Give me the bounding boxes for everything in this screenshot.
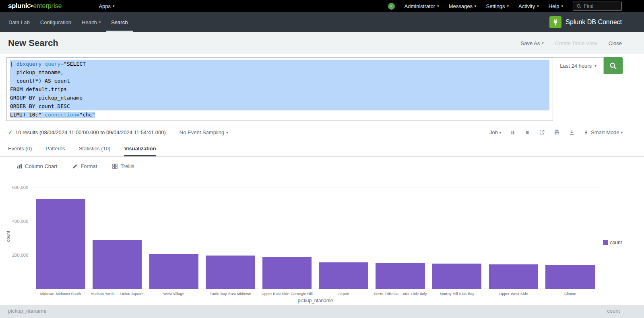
pause-job-button[interactable]	[510, 130, 516, 135]
job-controls: Job ▾ Smart Mode ▾	[489, 129, 623, 135]
print-button[interactable]	[554, 129, 560, 135]
x-category-label: Airport	[316, 291, 372, 296]
find-input[interactable]	[584, 3, 617, 9]
share-job-button[interactable]	[539, 129, 545, 135]
find-searchbox[interactable]	[573, 2, 622, 11]
statistics-table-header: pickup_ntaname count	[0, 305, 644, 318]
chart-bar[interactable]	[316, 187, 372, 289]
search-mode-label: Smart Mode	[591, 129, 619, 135]
time-range-label: Last 24 hours	[560, 63, 592, 69]
search-query-input[interactable]: | dbxquery query="SELECT pickup_ntaname,…	[6, 57, 553, 121]
chart-bar[interactable]	[259, 187, 316, 289]
results-summary: 10 results (08/04/2024 11:00:00.000 to 0…	[15, 129, 166, 135]
health-status-icon[interactable]: ✓	[388, 3, 395, 10]
help-menu[interactable]: Help▾	[549, 3, 563, 9]
chart-legend[interactable]: count	[603, 240, 622, 245]
search-mode-menu[interactable]: Smart Mode ▾	[584, 129, 623, 135]
caret-down-icon: ▾	[113, 4, 115, 8]
app-title: Splunk DB Connect	[566, 19, 622, 26]
close-button[interactable]: Close	[609, 40, 622, 46]
event-sampling-menu[interactable]: No Event Sampling▾	[180, 129, 228, 135]
y-tick-label: 600,000	[12, 185, 28, 190]
chart-bar[interactable]	[145, 187, 202, 289]
results-tabs: Events (0) Patterns Statistics (10) Visu…	[0, 140, 644, 157]
time-range-picker[interactable]: Last 24 hours▾	[553, 57, 604, 74]
activity-menu[interactable]: Activity▾	[518, 3, 539, 9]
chart-type-label: Column Chart	[25, 163, 57, 169]
chart-plot: 200,000400,000600,000	[32, 187, 599, 289]
caret-down-icon: ▾	[507, 4, 509, 8]
trellis-button[interactable]: Trellis	[112, 163, 134, 169]
logo-product: enterprise	[33, 2, 62, 10]
search-icon	[609, 62, 617, 70]
messages-menu[interactable]: Messages▾	[449, 3, 477, 9]
job-menu[interactable]: Job ▾	[489, 129, 501, 135]
job-status-bar: ✓ 10 results (08/04/2024 11:00:00.000 to…	[0, 125, 644, 140]
pencil-icon	[72, 164, 78, 169]
header-actions: Save As▾ Create Table View Close	[520, 40, 622, 46]
caret-down-icon: ▾	[437, 4, 439, 8]
chart-bar[interactable]	[202, 187, 259, 289]
x-category-label: SoHo-TriBeCa-...nter-Little Italy	[372, 291, 429, 296]
caret-down-icon: ▾	[542, 41, 544, 45]
chart-bar[interactable]	[485, 187, 542, 289]
stop-job-button[interactable]	[524, 130, 530, 135]
run-search-button[interactable]	[604, 57, 623, 74]
x-category-label: Upper West Side	[485, 291, 542, 296]
nav-configuration[interactable]: Configuration	[35, 12, 76, 32]
caret-down-icon: ▾	[475, 4, 477, 8]
apps-menu[interactable]: Apps ▾	[99, 3, 114, 9]
caret-down-icon: ▾	[500, 131, 502, 135]
settings-menu[interactable]: Settings▾	[486, 3, 509, 9]
event-sampling-label: No Event Sampling	[180, 129, 224, 135]
administrator-label: Administrator	[405, 3, 436, 9]
topbar-right-group: ✓ Administrator▾ Messages▾ Settings▾ Act…	[388, 2, 622, 11]
export-button[interactable]	[569, 129, 575, 135]
messages-label: Messages	[449, 3, 473, 9]
format-label: Format	[80, 163, 97, 169]
tab-events[interactable]: Events (0)	[8, 140, 32, 156]
chart-bar[interactable]	[429, 187, 485, 289]
column-header-pickup-ntaname[interactable]: pickup_ntaname	[8, 308, 46, 318]
chart-bar[interactable]	[32, 187, 89, 289]
save-as-button[interactable]: Save As▾	[520, 40, 543, 46]
column-chart-icon	[17, 163, 22, 169]
column-header-count[interactable]: count	[607, 308, 620, 318]
help-label: Help	[549, 3, 559, 9]
format-button[interactable]: Format	[72, 163, 97, 169]
nav-health-label: Health	[82, 19, 97, 25]
app-identity[interactable]: Splunk DB Connect	[549, 12, 636, 32]
stop-icon	[524, 130, 530, 135]
lightning-icon	[584, 130, 589, 135]
nav-search[interactable]: Search	[106, 12, 133, 32]
chart-type-picker[interactable]: Column Chart	[17, 163, 57, 169]
x-category-label: Clinton	[542, 291, 599, 296]
splunk-topbar: splunk>enterprise Apps ▾ ✓ Administrator…	[0, 0, 644, 12]
chart-bar[interactable]	[372, 187, 429, 289]
caret-down-icon: ▾	[561, 4, 563, 8]
tab-statistics[interactable]: Statistics (10)	[79, 140, 111, 156]
page-header: New Search Save As▾ Create Table View Cl…	[0, 32, 644, 54]
nav-data-lab[interactable]: Data Lab	[3, 12, 35, 32]
chart-categories: Midtown-Midtown SouthHudson Yards-...-Un…	[32, 291, 599, 296]
job-menu-label: Job	[489, 129, 498, 135]
db-connect-logo-icon	[549, 16, 561, 28]
tab-visualization[interactable]: Visualization	[124, 140, 156, 156]
x-category-label: Upper East Side-Carnegie Hill	[259, 291, 316, 296]
trellis-grid-icon	[112, 164, 118, 169]
x-category-label: Hudson Yards-...-Union Square	[89, 291, 146, 296]
create-table-view-button[interactable]: Create Table View	[555, 40, 597, 46]
check-icon: ✓	[390, 4, 393, 8]
search-query-text: | dbxquery query="SELECT pickup_ntaname,…	[10, 60, 549, 119]
caret-down-icon: ▾	[537, 4, 539, 8]
download-icon	[569, 129, 575, 135]
print-icon	[554, 129, 560, 135]
chart-bar[interactable]	[542, 187, 599, 289]
caret-down-icon: ▾	[594, 64, 597, 68]
administrator-menu[interactable]: Administrator▾	[405, 3, 439, 9]
chart-bar[interactable]	[89, 187, 146, 289]
splunk-logo[interactable]: splunk>enterprise	[8, 2, 62, 10]
caret-down-icon: ▾	[226, 131, 228, 135]
tab-patterns[interactable]: Patterns	[45, 140, 65, 156]
nav-health[interactable]: Health▾	[76, 12, 106, 32]
